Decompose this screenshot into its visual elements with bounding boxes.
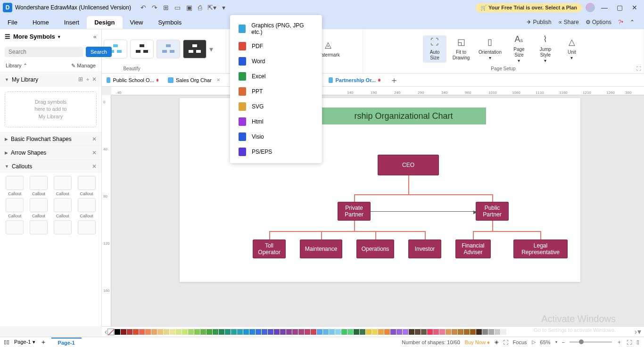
color-swatch[interactable] [354,329,359,335]
color-swatch[interactable] [164,329,169,335]
color-swatch[interactable] [452,329,457,335]
color-swatch[interactable] [194,329,200,335]
export-ps[interactable]: PS/EPS [230,144,322,159]
buy-now-link[interactable]: Buy Now ♦ [465,339,490,345]
symbol-search-input[interactable] [5,47,83,57]
color-swatch[interactable] [311,329,316,335]
callout-9[interactable] [4,220,26,236]
export-svg[interactable]: SVG [230,99,322,114]
color-swatch[interactable] [188,329,194,335]
new-icon[interactable]: ⊞ [163,4,169,11]
color-swatch[interactable] [139,329,145,335]
color-swatch[interactable] [335,329,341,335]
callout-1[interactable]: Callout [4,176,26,196]
symbol-search-button[interactable]: Search [86,47,112,57]
zoom-slider[interactable] [570,341,612,343]
node-legal[interactable]: Legal Representative [513,240,568,258]
node-public[interactable]: Public Partner [476,202,509,221]
theme-more-icon[interactable]: ▾ [209,45,213,54]
maximize-button[interactable]: ▢ [614,4,625,11]
color-swatch[interactable] [495,329,500,335]
color-swatch[interactable] [206,329,212,335]
manage-link[interactable]: ✎ Manage [71,63,96,69]
color-swatch[interactable] [464,329,470,335]
color-swatch[interactable] [127,329,132,335]
arrow-shapes-header[interactable]: ▶Arrow Shapes✕ [0,146,101,159]
color-swatch[interactable] [501,329,506,335]
color-swatch[interactable] [446,329,451,335]
fit-page-icon[interactable]: ⛶ [627,339,632,345]
color-swatch[interactable] [482,329,488,335]
palette-prev-icon[interactable]: ‹ [105,328,107,336]
publish-button[interactable]: ✈ Publish [527,19,551,25]
color-swatch[interactable] [274,329,280,335]
close-button[interactable]: ✕ [629,4,640,11]
open-icon[interactable]: ▭ [174,4,181,11]
color-swatch[interactable] [305,329,310,335]
color-swatch[interactable] [403,329,408,335]
redo-icon[interactable]: ↷ [152,4,157,11]
zoom-in-button[interactable]: ＋ [617,339,622,346]
layers-icon[interactable]: ◈ [495,339,498,345]
color-swatch[interactable] [476,329,482,335]
node-financial[interactable]: Financial Adviser [455,240,491,258]
presentation-icon[interactable]: ▷ [532,339,536,345]
callout-4[interactable]: Callout [75,176,98,196]
color-swatch[interactable] [225,329,231,335]
hamburger-icon[interactable]: ☰ [5,33,10,40]
color-swatch[interactable] [360,329,365,335]
jump-style-button[interactable]: ⌇Jump Style ▾ [534,33,557,66]
color-swatch[interactable] [170,329,175,335]
minimize-button[interactable]: — [599,4,610,11]
doc-tab-2[interactable]: Sales Org Char [163,75,216,85]
save-icon[interactable]: ▣ [186,4,192,11]
node-operations[interactable]: Operations [356,240,394,258]
palette-picker-icon[interactable]: ▾ [637,327,641,336]
color-swatch[interactable] [268,329,273,335]
zoom-value[interactable]: 65% [540,339,551,345]
mylib-drop-zone[interactable]: Drag symbols here to add to My Library [5,91,97,127]
color-swatch[interactable] [231,329,237,335]
doc-tab-1[interactable]: Public School O... [102,75,163,85]
callout-8[interactable]: Callout [75,198,98,218]
color-swatch[interactable] [317,329,322,335]
mylib-header[interactable]: ▼My Library⊞ ＋ ✕ [0,72,101,87]
pages-icon[interactable]: ▯▯ [4,339,9,345]
color-swatch[interactable] [280,329,286,335]
options-button[interactable]: ⚙ Options [586,19,611,25]
color-swatch[interactable] [329,329,335,335]
color-swatch[interactable] [347,329,353,335]
theme-6[interactable] [183,40,206,58]
color-swatch[interactable] [145,329,151,335]
add-page-button[interactable]: ＋ [40,338,47,347]
page-tab-1[interactable]: Page-1 [51,338,82,347]
theme-5[interactable] [157,40,180,58]
ribbon-expand-icon[interactable]: ⛶ [636,66,641,71]
fit-drawing-button[interactable]: ◱Fit to Drawing [449,35,473,63]
color-swatch[interactable] [151,329,157,335]
canvas[interactable]: rship Organizational Chart CEO Private P… [111,95,644,326]
doc-tab-3[interactable]: Partnership Or... [324,75,385,85]
color-swatch[interactable] [384,329,390,335]
color-swatch[interactable] [372,329,378,335]
color-swatch[interactable] [292,329,298,335]
color-swatch[interactable] [249,329,255,335]
color-swatch[interactable] [427,329,433,335]
color-swatch[interactable] [213,329,218,335]
node-investor[interactable]: Investor [408,240,441,258]
export-ppt[interactable]: PPT [230,84,322,99]
color-swatch[interactable] [488,329,494,335]
callout-12[interactable] [75,220,98,236]
color-swatch[interactable] [200,329,206,335]
palette-next-icon[interactable]: › [635,328,637,336]
color-swatch[interactable] [470,329,476,335]
share-button[interactable]: ∝ Share [558,19,579,25]
trial-badge[interactable]: 🛒 Your Free Trial is over. Select a Plan [476,3,582,12]
color-swatch[interactable] [115,329,120,335]
node-maintenance[interactable]: Maintenance [300,240,342,258]
color-swatch[interactable] [219,329,224,335]
print-icon[interactable]: ⎙ [198,4,202,11]
menu-design[interactable]: Design [87,16,122,29]
color-swatch[interactable] [286,329,292,335]
export-visio[interactable]: Visio [230,129,322,144]
